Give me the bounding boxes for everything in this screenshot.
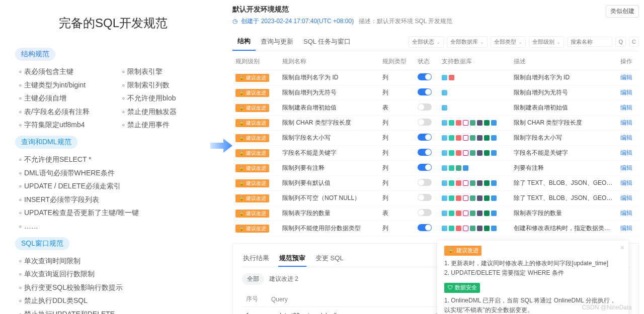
search-input[interactable] xyxy=(567,37,612,47)
structure-list-1: 表必须包含主键主键类型为int/bigint主键必须自增表/字段名必须有注释字符… xyxy=(15,65,108,132)
db-icons xyxy=(442,211,508,216)
th-desc: 描述 xyxy=(511,53,618,70)
filter-status[interactable]: 全部状态 xyxy=(409,36,444,48)
edit-link[interactable]: 编辑 xyxy=(620,74,632,81)
status-toggle[interactable] xyxy=(418,103,432,111)
spec-item: 表/字段名必须有注释 xyxy=(18,105,108,119)
chip-suggest[interactable]: 建议改进 2 xyxy=(269,275,298,283)
table-row: 🔒 建议改进 限制 CHAR 类型字段长度 列 限制 CHAR 类型字段长度 编… xyxy=(232,116,639,131)
rule-desc: 限制表字段的数量 xyxy=(511,206,618,221)
section-header-structure: 结构规范 xyxy=(15,48,55,61)
spec-item: 执行变更SQL校验影响行数提示 xyxy=(18,281,211,294)
chip-all[interactable]: 全部 xyxy=(242,273,264,285)
rule-name: 字段名不能是关键字 xyxy=(279,146,379,161)
rule-desc: 限制自增列为无符号 xyxy=(511,85,618,100)
qtd-no: 1 xyxy=(243,308,267,314)
rule-type: 列 xyxy=(379,85,415,100)
spec-item: 表必须包含主键 xyxy=(18,65,108,78)
spec-item: 单次查询时间限制 xyxy=(18,254,211,268)
spec-item: 不允许使用blob xyxy=(121,91,211,105)
watermark: CSDN @NineData xyxy=(582,304,632,311)
search-icon[interactable]: Q xyxy=(615,37,626,47)
subtab-spec-preview[interactable]: 规范预审 xyxy=(278,251,306,267)
edit-link[interactable]: 编辑 xyxy=(620,164,632,171)
table-row: 🔒 建议改进 限制表字段的数量 表 限制表字段的数量 编辑 xyxy=(232,206,639,221)
window-list: 单次查询时间限制单次查询返回行数限制执行变更SQL校验影响行数提示禁止执行DDL… xyxy=(15,254,211,314)
edit-link[interactable]: 编辑 xyxy=(620,149,632,156)
table-row: 🔒 建议改进 限制自增列为无符号 列 限制自增列为无符号 编辑 xyxy=(232,85,639,100)
level-badge: 🔒 建议改进 xyxy=(235,194,269,202)
db-icons xyxy=(442,150,508,156)
subtab-exec-result[interactable]: 执行结果 xyxy=(242,251,270,267)
status-toggle[interactable] xyxy=(418,164,432,171)
table-row: 🔒 建议改进 限制字段名大小写 列 限制字段名大小写 编辑 xyxy=(232,131,639,146)
table-row: 🔒 建议改进 限制列不可空（NOT NULL） 列 除了 TEXT、BLOB、J… xyxy=(232,191,639,206)
tab-sql-task[interactable]: SQL 任务与窗口 xyxy=(298,33,356,50)
tab-structure[interactable]: 结构 xyxy=(232,33,256,51)
rule-desc: 除了 TEXT、BLOB、JSON、GEOMETRY … xyxy=(511,191,618,206)
tab-query-update[interactable]: 查询与更新 xyxy=(256,33,298,50)
edit-link[interactable]: 编辑 xyxy=(620,225,632,232)
edit-link[interactable]: 编辑 xyxy=(620,119,632,126)
status-toggle[interactable] xyxy=(418,224,432,231)
db-icons xyxy=(442,180,508,186)
filter-database[interactable]: 全部数据库 xyxy=(447,36,488,48)
status-toggle[interactable] xyxy=(418,149,432,156)
edit-link[interactable]: 编辑 xyxy=(620,134,632,141)
db-icons xyxy=(442,75,508,80)
close-icon[interactable]: × xyxy=(620,244,624,252)
rule-desc: 限制 CHAR 类型字段长度 xyxy=(511,116,618,131)
rule-type: 表 xyxy=(379,100,415,116)
level-badge: 🔒 建议改进 xyxy=(235,179,269,187)
spec-item: 禁止执行DDL类SQL xyxy=(18,294,211,307)
spec-item: 禁止执行UPDATE和DELETE xyxy=(18,307,211,314)
arrow-indicator xyxy=(210,139,232,155)
th-name: 规则名称 xyxy=(279,53,379,70)
popover-badge-suggest: 🔒 建议改进 xyxy=(444,246,481,256)
th-op: 操作 xyxy=(617,53,639,70)
structure-list-2: 限制表引擎限制索引列数不允许使用blob禁止使用触发器禁止使用事件 xyxy=(118,65,211,132)
refresh-icon[interactable]: C xyxy=(629,37,639,47)
rule-type: 列 xyxy=(379,176,415,191)
edit-link[interactable]: 编辑 xyxy=(620,89,632,96)
rule-name: 限制建表自增初始值 xyxy=(279,100,379,116)
spec-item: 限制表引擎 xyxy=(121,65,211,78)
th-level: 规则级别 xyxy=(232,53,279,70)
status-toggle[interactable] xyxy=(418,73,432,80)
rule-desc: 列要有注释 xyxy=(511,161,618,176)
edit-link[interactable]: 编辑 xyxy=(620,210,632,217)
edit-link[interactable]: 编辑 xyxy=(620,179,632,186)
popover-line: 1. 更新表时，建议同时修改表上的修改时间字段[update_time] xyxy=(444,260,608,267)
subtab-change-sql[interactable]: 变更 SQL xyxy=(314,251,345,267)
rule-type: 列 xyxy=(379,146,415,161)
status-toggle[interactable] xyxy=(418,119,432,126)
rules-table: 规则级别 规则名称 规则类型 状态 支持数据库 描述 操作 🔒 建议改进 限制自… xyxy=(232,53,639,236)
env-meta: ◷ 创建于 2023-02-24 17:07:40(UTC +08:00) 描述… xyxy=(232,17,452,26)
spec-item: UPDATE / DELETE必须走索引 xyxy=(18,179,211,193)
edit-link[interactable]: 编辑 xyxy=(620,104,632,111)
status-toggle[interactable] xyxy=(418,194,432,201)
level-badge: 🔒 建议改进 xyxy=(235,149,269,157)
table-row: 🔒 建议改进 限制自增列名字为 ID 列 限制自增列名字为 ID 编辑 xyxy=(232,70,639,85)
similar-create-button[interactable]: 类似创建 xyxy=(606,5,639,18)
db-icons xyxy=(442,135,508,141)
rule-name: 限制列不可空（NOT NULL） xyxy=(279,191,379,206)
status-toggle[interactable] xyxy=(418,88,432,95)
rule-name: 限制自增列名字为 ID xyxy=(279,70,379,85)
rule-type: 列 xyxy=(379,131,415,146)
qth-no: 序号 xyxy=(243,292,267,307)
db-icons xyxy=(442,120,508,126)
table-row: 🔒 建议改进 限制列要有默认值 列 除了 TEXT、BLOB、JSON、GEOM… xyxy=(232,176,639,191)
spec-item: 限制索引列数 xyxy=(121,78,211,92)
status-toggle[interactable] xyxy=(418,209,432,216)
rule-type: 表 xyxy=(379,206,415,221)
db-icons xyxy=(442,226,508,231)
status-toggle[interactable] xyxy=(418,134,432,141)
filter-type[interactable]: 全部类型 xyxy=(491,36,526,48)
filter-level[interactable]: 全部级别 xyxy=(529,36,564,48)
spec-item: 字符集限定utf8mb4 xyxy=(18,118,108,132)
status-toggle[interactable] xyxy=(418,179,432,186)
rule-type: 列 xyxy=(379,116,415,131)
rule-desc: 限制字段名大小写 xyxy=(511,131,618,146)
edit-link[interactable]: 编辑 xyxy=(620,194,632,201)
